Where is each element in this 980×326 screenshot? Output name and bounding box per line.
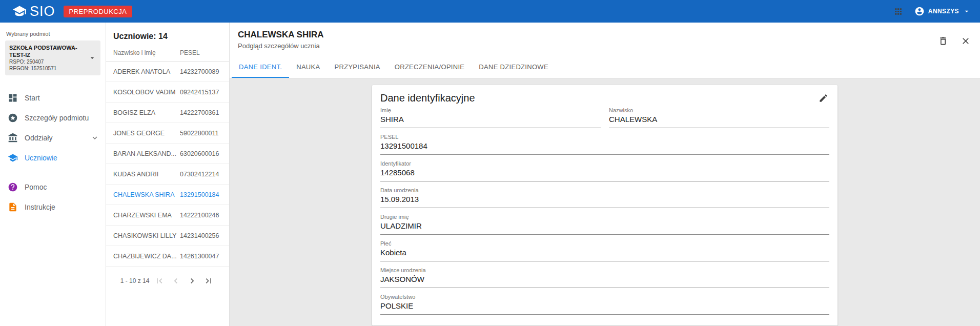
list-title: Uczniowie: 14 [106,23,229,49]
detail-header: CHALEWSKA SHIRA Podgląd szczegółów uczni… [230,23,980,78]
tab-dane-ident[interactable]: DANE IDENT. [232,57,289,78]
field-nazwisko: Nazwisko CHALEWSKA [609,107,829,128]
card-title: Dane identyfikacyjne [380,92,475,104]
tab-nauka[interactable]: NAUKA [289,57,327,78]
table-row[interactable]: ADEREK ANATOLA 14232700089 [106,62,229,82]
selected-entity-label: Wybrany podmiot [0,31,106,40]
previous-page-button[interactable] [170,275,182,287]
expand-chevron-icon [90,133,99,142]
first-page-button[interactable] [153,275,166,287]
table-row[interactable]: KOSOLOBOV VADIM 09242415137 [106,82,229,103]
table-row[interactable]: CHAZBIJEWICZ DA... 14261300047 [106,246,229,267]
school-icon [8,153,18,163]
column-header-pesel: PESEL [180,49,200,56]
page-title: CHALEWSKA SHIRA [238,30,323,40]
sidebar-item-instrukcje[interactable]: Instrukcje [0,197,106,217]
entity-regon: REGON: 152510571 [9,65,88,72]
help-icon [8,182,18,192]
table-row[interactable]: JONES GEORGE 59022800011 [106,123,229,144]
table-row[interactable]: CHARZEWSKI EMA 14222100246 [106,205,229,226]
students-list-panel: Uczniowie: 14 Nazwisko i imię PESEL ADER… [106,23,230,326]
tab-orzeczenia-opinie[interactable]: ORZECZENIA/OPINIE [387,57,472,78]
close-icon[interactable] [959,32,972,50]
user-avatar-icon [914,6,925,16]
field-drugie-imie: Drugie imię ULADZIMIR [380,214,829,235]
entity-name: SZKOŁA PODSTAWOWA-TEST-IZ [9,44,88,58]
identification-card: Dane identyfikacyjne Imię SHIRA Nazwisko… [372,85,838,325]
next-page-button[interactable] [186,275,198,287]
app-logo-text: SIO [30,4,55,19]
field-imie: Imię SHIRA [380,107,601,128]
last-page-button[interactable] [202,275,215,287]
table-row-selected[interactable]: CHALEWSKA SHIRA 13291500184 [106,185,229,205]
tab-dane-dziedzinowe[interactable]: DANE DZIEDZINOWE [472,57,556,78]
apps-grid-icon[interactable] [893,7,903,16]
sidebar-item-start[interactable]: Start [0,88,106,108]
sidebar-item-pomoc[interactable]: Pomoc [0,177,106,197]
details-icon [8,113,18,123]
detail-tabs: DANE IDENT. NAUKA PRZYPISANIA ORZECZENIA… [230,57,980,78]
pagination: 1 - 10 z 14 [106,267,229,295]
document-icon [8,202,18,212]
field-identyfikator: Identyfikator 14285068 [380,160,829,181]
edit-pencil-icon[interactable] [818,92,829,104]
sio-logo-icon [12,4,27,18]
sidebar: Wybrany podmiot SZKOŁA PODSTAWOWA-TEST-I… [0,23,106,326]
table-row[interactable]: BOGISZ ELZA 14222700361 [106,103,229,123]
field-row: Imię SHIRA Nazwisko CHALEWSKA [380,107,829,134]
tab-przypisania[interactable]: PRZYPISANIA [328,57,387,78]
entity-rspo: RSPO: 250407 [9,58,88,65]
pagination-range-label: 1 - 10 z 14 [120,277,150,284]
field-pesel: PESEL 13291500184 [380,134,829,155]
dropdown-caret-icon [88,54,96,62]
environment-badge: PREPRODUKCJA [64,6,133,17]
sidebar-item-oddzialy[interactable]: Oddziały [0,128,106,148]
table-row[interactable]: BARAN ALEKSAND... 63020600016 [106,144,229,164]
page-subtitle: Podgląd szczegółów ucznia [238,42,323,50]
field-data-urodzenia: Data urodzenia 15.09.2013 [380,187,829,208]
field-miejsce-urodzenia: Miejsce urodzenia JAKSONÓW [380,267,829,288]
top-app-bar: SIO PREPRODUKCJA ANNSZYS [0,0,980,23]
user-name: ANNSZYS [928,8,959,15]
user-menu[interactable]: ANNSZYS [914,6,971,16]
sidebar-item-uczniowie[interactable]: Uczniowie [0,148,106,168]
detail-body: Dane identyfikacyjne Imię SHIRA Nazwisko… [230,78,980,326]
field-plec: Płeć Kobieta [380,240,829,261]
entity-selector[interactable]: SZKOŁA PODSTAWOWA-TEST-IZ RSPO: 250407 R… [5,40,100,75]
sidebar-item-szczegoly-podmiotu[interactable]: Szczegóły podmiotu [0,108,106,128]
chevron-down-icon [963,7,971,15]
field-obywatelstwo: Obywatelstwo POLSKIE [380,294,829,315]
dashboard-icon [8,93,18,103]
bank-icon [8,133,18,143]
student-detail-panel: CHALEWSKA SHIRA Podgląd szczegółów uczni… [230,23,980,326]
column-header-name: Nazwisko i imię [113,49,180,56]
list-column-headers: Nazwisko i imię PESEL [106,49,229,62]
table-row[interactable]: CHASIKOWSKI LILLY 14231400256 [106,226,229,246]
table-row[interactable]: KUDAS ANDRII 07302412214 [106,164,229,185]
delete-button[interactable] [937,32,949,50]
